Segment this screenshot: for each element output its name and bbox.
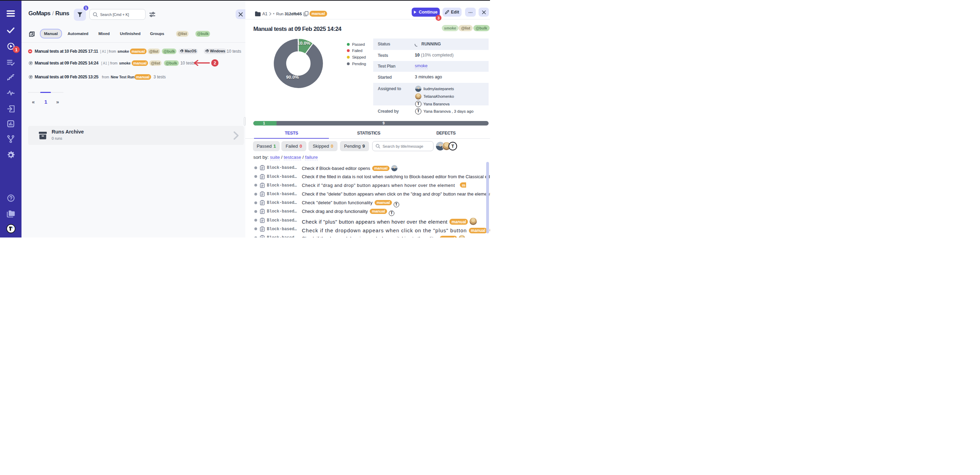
svg-text:90.0%: 90.0% — [286, 75, 299, 80]
svg-text:10.0%: 10.0% — [298, 41, 310, 46]
svg-text:2: 2 — [213, 61, 216, 65]
